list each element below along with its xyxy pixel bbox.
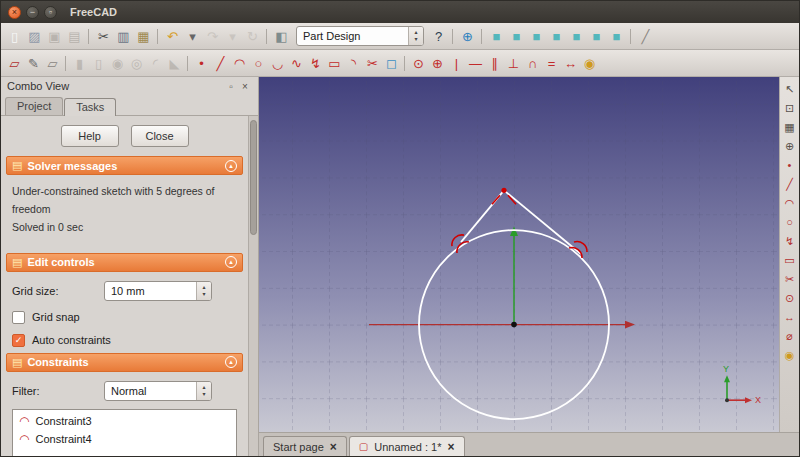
window-minimize-button[interactable]: − <box>26 6 39 19</box>
workbench-selector-arrows[interactable]: ▴ ▾ <box>408 27 423 45</box>
combo-view-title: Combo View <box>7 80 69 92</box>
tab-tasks[interactable]: Tasks <box>64 98 116 116</box>
redo-dropdown-icon: ▾ <box>223 27 242 46</box>
view-section-icon[interactable]: ⊡ <box>782 100 798 116</box>
left-view-icon[interactable]: ■ <box>607 27 626 46</box>
grid-size-spin-arrows[interactable]: ▴ ▾ <box>196 282 211 300</box>
trim-tool-icon[interactable]: ✂ <box>782 271 798 287</box>
map-sketch-icon[interactable]: ▱ <box>43 54 62 73</box>
toolbar1-left-group: ▯ ▨ ▣ ▤ ✂ ▥ ▦ ↶ ▾ ↷ <box>5 27 291 46</box>
help-button[interactable]: Help <box>61 125 119 147</box>
constraint-parallel-icon[interactable]: ∥ <box>485 54 504 73</box>
rear-view-icon[interactable]: ■ <box>567 27 586 46</box>
rectangle-tool-icon[interactable]: ▭ <box>782 252 798 268</box>
apex-point[interactable] <box>501 188 506 193</box>
tab-close-icon[interactable]: × <box>448 440 455 454</box>
document-tab[interactable]: ▢ Unnamed : 1* × <box>349 436 465 456</box>
sketch-arc-icon[interactable]: ◠ <box>230 54 249 73</box>
tasks-panel: Help Close ▤ Solver messages ▴ Under-con… <box>1 116 258 456</box>
toolbar1-right-group: ? ⊕ ■ ■ ■ ■ ■ ■ ■ <box>429 27 655 46</box>
constraints-header[interactable]: ▤ Constraints ▴ <box>6 353 243 372</box>
workbench-selector[interactable]: Part Design ▴ ▾ <box>296 26 424 46</box>
lock-tool-icon[interactable]: ◉ <box>782 347 798 363</box>
constraint-lock-icon[interactable]: ◉ <box>580 54 599 73</box>
constraint-perpendicular-icon[interactable]: ⊥ <box>504 54 523 73</box>
circle-tool-icon[interactable]: ○ <box>782 214 798 230</box>
snap-toggle-icon[interactable]: ⊕ <box>782 138 798 154</box>
constraint-point-on-object-icon[interactable]: ⊕ <box>428 54 447 73</box>
collapse-icon[interactable]: ▴ <box>225 160 237 172</box>
tab-project[interactable]: Project <box>5 97 63 115</box>
tab-close-icon[interactable]: × <box>330 440 337 454</box>
window-close-button[interactable]: × <box>8 6 21 19</box>
new-document-icon[interactable]: ▯ <box>5 27 24 46</box>
grid-toggle-icon[interactable]: ▦ <box>782 119 798 135</box>
close-button[interactable]: Close <box>131 125 189 147</box>
grid-snap-checkbox[interactable] <box>12 311 25 324</box>
panel-close-icon[interactable]: × <box>238 81 252 92</box>
constraint-coincident-icon[interactable]: ⊙ <box>409 54 428 73</box>
sketch-trim-icon[interactable]: ✂ <box>363 54 382 73</box>
external-geometry-icon[interactable]: ◻ <box>382 54 401 73</box>
leave-sketch-icon[interactable]: ↖ <box>782 81 798 97</box>
polyline-tool-icon[interactable]: ↯ <box>782 233 798 249</box>
undo-dropdown-icon[interactable]: ▾ <box>183 27 202 46</box>
sketch-rectangle-icon[interactable]: ▭ <box>325 54 344 73</box>
copy-icon[interactable]: ▥ <box>114 27 133 46</box>
sketch-line-icon[interactable]: ╱ <box>211 54 230 73</box>
axonometric-view-icon[interactable]: ■ <box>487 27 506 46</box>
pocket-icon: ▯ <box>89 54 108 73</box>
constraint-list-item[interactable]: ◠ Constraint4 <box>13 430 236 448</box>
constraint-equal-icon[interactable]: = <box>542 54 561 73</box>
tasks-scrollbar-thumb[interactable] <box>250 120 257 235</box>
filter-combobox[interactable]: Normal ▴ ▾ <box>104 381 212 401</box>
sketch-polyline-icon[interactable]: ↯ <box>306 54 325 73</box>
line-tool-icon[interactable]: ╱ <box>782 176 798 192</box>
constraint-horizontal-icon[interactable]: ― <box>466 54 485 73</box>
sketch-point-icon[interactable]: • <box>192 54 211 73</box>
sketch-canvas[interactable]: Y X <box>259 77 779 432</box>
fit-all-icon[interactable]: ⊕ <box>458 27 477 46</box>
combo-view-header: Combo View ▫ × <box>1 77 258 95</box>
bottom-view-icon[interactable]: ■ <box>587 27 606 46</box>
whats-this-icon[interactable]: ? <box>429 27 448 46</box>
sketch-bspline-icon[interactable]: ∿ <box>287 54 306 73</box>
sketch-circle-icon[interactable]: ○ <box>249 54 268 73</box>
arc-tool-icon[interactable]: ◠ <box>782 195 798 211</box>
right-view-icon[interactable]: ■ <box>547 27 566 46</box>
collapse-icon[interactable]: ▴ <box>225 256 237 268</box>
constraint-list-item[interactable]: ◠ Constraint3 <box>13 412 236 430</box>
edit-sketch-icon[interactable]: ✎ <box>24 54 43 73</box>
origin-point[interactable] <box>511 322 517 328</box>
constraint-tangent-icon[interactable]: ∩ <box>523 54 542 73</box>
top-view-icon[interactable]: ■ <box>527 27 546 46</box>
auto-constraints-checkbox[interactable]: ✓ <box>12 334 25 347</box>
radius-tool-icon[interactable]: ⌀ <box>782 328 798 344</box>
solver-messages-header[interactable]: ▤ Solver messages ▴ <box>6 156 243 175</box>
edit-controls-header[interactable]: ▤ Edit controls ▴ <box>6 253 243 272</box>
point-tool-icon[interactable]: • <box>782 157 798 173</box>
filter-combo-arrows[interactable]: ▴ ▾ <box>196 382 211 400</box>
3d-viewport[interactable]: Y X <box>259 77 779 432</box>
distance-tool-icon[interactable]: ↔ <box>782 309 798 325</box>
cut-icon[interactable]: ✂ <box>94 27 113 46</box>
window-maximize-button[interactable]: ▫ <box>44 6 57 19</box>
collapse-icon[interactable]: ▴ <box>225 356 237 368</box>
document-tab[interactable]: Start page × <box>263 436 347 456</box>
coincident-tool-icon[interactable]: ⊙ <box>782 290 798 306</box>
undo-icon[interactable]: ↶ <box>163 27 182 46</box>
sketch-conic-icon[interactable]: ◡ <box>268 54 287 73</box>
grid-size-spinner[interactable]: 10 mm ▴ ▾ <box>104 281 212 301</box>
panel-float-icon[interactable]: ▫ <box>224 81 238 92</box>
create-sketch-icon[interactable]: ▱ <box>5 54 24 73</box>
sketch-fillet-icon[interactable]: ◝ <box>344 54 363 73</box>
constraint-vertical-icon[interactable]: | <box>447 54 466 73</box>
front-view-icon[interactable]: ■ <box>507 27 526 46</box>
constraint-symmetric-icon[interactable]: ↔ <box>561 54 580 73</box>
paste-icon[interactable]: ▦ <box>134 27 153 46</box>
measure-distance-icon[interactable]: ╱ <box>636 27 655 46</box>
save-icon: ▣ <box>45 27 64 46</box>
workbench-icon[interactable]: ◧ <box>272 27 291 46</box>
tasks-scrollbar[interactable] <box>248 116 258 456</box>
open-document-icon[interactable]: ▨ <box>25 27 44 46</box>
